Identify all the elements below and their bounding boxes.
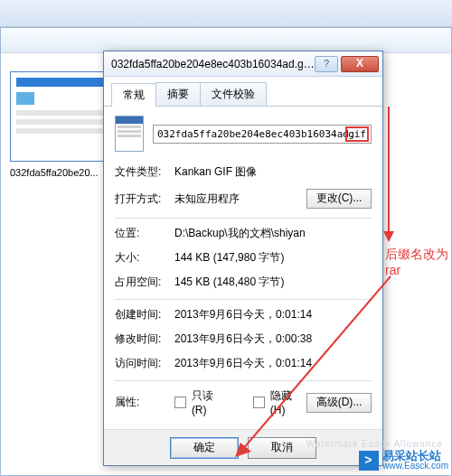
tab-strip: 常规 摘要 文件校验 (104, 77, 382, 107)
label-attributes: 属性: (115, 395, 174, 410)
value-filetype: Kankan GIF 图像 (174, 164, 372, 180)
label-size: 大小: (115, 250, 174, 266)
value-size: 144 KB (147,980 字节) (174, 250, 372, 266)
value-modified: 2013年9月6日今天，0:00:38 (174, 331, 372, 347)
window-titlebar (0, 0, 452, 27)
file-type-icon (115, 116, 144, 152)
value-opens-with: 未知应用程序 (174, 191, 306, 207)
label-size-on-disk: 占用空间: (115, 275, 174, 290)
hidden-checkbox[interactable] (253, 397, 265, 408)
dialog-title: 032fda5ffa20be204e8ec403b16034ad.gif... (111, 58, 315, 70)
annotation-text: 后缀名改为rar (385, 246, 448, 278)
value-accessed: 2013年9月6日今天，0:01:14 (174, 356, 372, 371)
readonly-label: 只读(R) (192, 388, 228, 416)
filename-input[interactable]: 032fda5ffa20be204e8ec403b16034ad. gif (153, 125, 372, 144)
value-created: 2013年9月6日今天，0:01:14 (174, 307, 372, 322)
label-location: 位置: (115, 226, 174, 241)
readonly-checkbox[interactable] (174, 397, 186, 408)
properties-dialog: 032fda5ffa20be204e8ec403b16034ad.gif... … (103, 51, 383, 466)
label-accessed: 访问时间: (115, 356, 174, 371)
tab-general[interactable]: 常规 (111, 83, 156, 107)
dialog-titlebar[interactable]: 032fda5ffa20be204e8ec403b16034ad.gif... … (104, 51, 382, 77)
help-button[interactable]: ? (315, 56, 338, 72)
watermark-faint: Watermark Easck Allowance (306, 439, 443, 449)
value-location: D:\Backup\我的文档\shiyan (174, 226, 372, 241)
filename-base: 032fda5ffa20be204e8ec403b16034ad. (157, 128, 355, 140)
watermark-brand-en: www.Easck.com (382, 462, 448, 471)
thumbnail-filename[interactable]: 032fda5ffa20be20... (10, 167, 118, 178)
hidden-label: 隐藏(H) (270, 388, 306, 416)
filename-extension-highlight: gif (345, 126, 369, 142)
ok-button[interactable]: 确定 (170, 437, 239, 459)
label-modified: 修改时间: (115, 331, 174, 347)
explorer-toolbar (1, 28, 451, 53)
advanced-button[interactable]: 高级(D)... (306, 393, 372, 413)
close-button[interactable]: X (341, 56, 379, 72)
tab-summary[interactable]: 摘要 (155, 82, 201, 106)
change-button[interactable]: 更改(C)... (306, 189, 372, 209)
watermark-logo: 易采站长站 www.Easck.com (359, 450, 448, 471)
watermark-badge-icon (359, 451, 379, 471)
file-thumbnail[interactable] (10, 71, 109, 162)
label-filetype: 文件类型: (115, 164, 174, 180)
value-size-on-disk: 145 KB (148,480 字节) (174, 275, 372, 290)
dialog-body: 032fda5ffa20be204e8ec403b16034ad. gif 文件… (104, 107, 382, 434)
label-created: 创建时间: (115, 307, 174, 322)
label-opens-with: 打开方式: (115, 191, 174, 207)
tab-checksum[interactable]: 文件校验 (200, 82, 267, 106)
